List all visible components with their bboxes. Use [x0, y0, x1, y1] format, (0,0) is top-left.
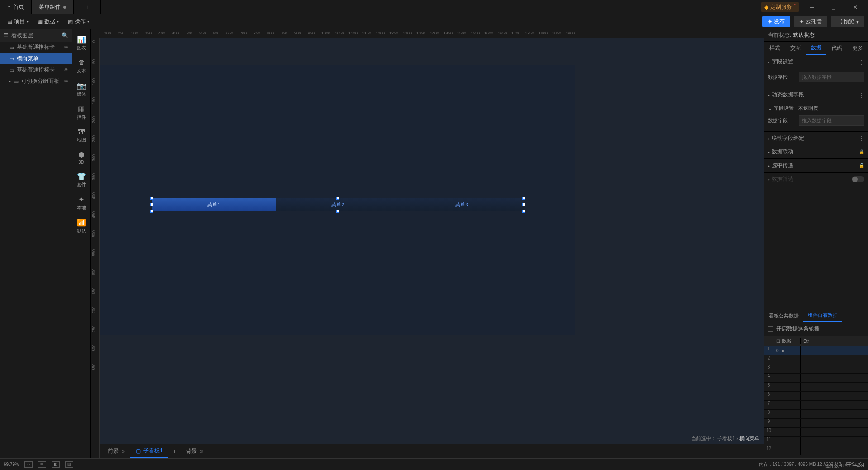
- grid-row[interactable]: 10▸: [764, 346, 868, 355]
- status-icon-4[interactable]: ▤: [65, 461, 73, 468]
- resize-handle-ml[interactable]: [150, 203, 153, 206]
- comp-text[interactable]: ♛文本: [72, 55, 90, 78]
- menu-widget[interactable]: 菜单1 菜单2 菜单3: [152, 198, 524, 211]
- grid-row[interactable]: 3: [764, 364, 868, 374]
- grid-cell[interactable]: [801, 346, 868, 355]
- grid-cell[interactable]: [801, 355, 868, 364]
- cloud-button[interactable]: ✈ 云托管: [794, 16, 827, 27]
- prop-tab-2[interactable]: 数据: [806, 42, 827, 55]
- grid-row[interactable]: 10: [764, 428, 868, 437]
- section-header-linked[interactable]: ▸联动字段绑定 ⋮: [764, 132, 868, 145]
- prop-tab-1[interactable]: 交互: [785, 42, 806, 55]
- status-icon-1[interactable]: ▭: [24, 461, 33, 468]
- grid-row[interactable]: 5: [764, 383, 868, 392]
- grid-cell[interactable]: [773, 401, 801, 409]
- resize-handle-bc[interactable]: [336, 210, 339, 213]
- layer-item-2[interactable]: ▭基础普通指标卡👁: [0, 64, 72, 76]
- comp-control[interactable]: ▦控件: [72, 101, 90, 124]
- grid-cell[interactable]: [773, 437, 801, 446]
- menu-tab-1[interactable]: 菜单1: [152, 198, 276, 211]
- grid-cell[interactable]: [773, 410, 801, 418]
- menu-operate[interactable]: ▨ 操作 ▾: [64, 16, 93, 27]
- loop-checkbox-row[interactable]: 开启数据逐条轮播: [764, 322, 868, 336]
- grid-row[interactable]: 11: [764, 437, 868, 446]
- comp-chart[interactable]: 📊图表: [72, 32, 90, 55]
- menu-tab-3[interactable]: 菜单3: [400, 198, 524, 211]
- grid-cell[interactable]: [801, 364, 868, 373]
- menu-tab-2[interactable]: 菜单2: [276, 198, 400, 211]
- menu-project[interactable]: ▤ 项目 ▾: [4, 16, 32, 27]
- preview-button[interactable]: ⛶ 预览 ▾: [831, 16, 864, 27]
- grid-row[interactable]: 4: [764, 374, 868, 383]
- menu-data[interactable]: ▦ 数据 ▾: [34, 16, 62, 27]
- resize-handle-tl[interactable]: [150, 197, 153, 200]
- add-state-icon[interactable]: +: [861, 32, 864, 38]
- canvas-tab-back[interactable]: 背景 ⊙: [181, 445, 209, 458]
- grid-cell[interactable]: [773, 355, 801, 364]
- canvas-tab-add[interactable]: +: [168, 446, 181, 457]
- grid-cell[interactable]: [773, 428, 801, 436]
- grid-cell[interactable]: [773, 374, 801, 382]
- grid-col-data[interactable]: ☐ 数据: [773, 338, 801, 344]
- grid-cell[interactable]: [801, 392, 868, 400]
- tab-home[interactable]: ⌂ 首页: [0, 0, 32, 14]
- grid-cell[interactable]: [801, 446, 868, 455]
- resize-handle-tc[interactable]: [336, 197, 339, 200]
- data-tab-component[interactable]: 组件自有数据: [803, 309, 842, 322]
- eye-icon[interactable]: 👁: [64, 45, 68, 50]
- comp-media[interactable]: 📷媒体: [72, 78, 90, 101]
- breadcrumb-path1[interactable]: 子看板1: [717, 436, 735, 441]
- eye-icon[interactable]: 👁: [64, 79, 68, 84]
- grid-cell[interactable]: [801, 374, 868, 382]
- eye-icon[interactable]: 👁: [64, 67, 68, 72]
- grid-row[interactable]: 8: [764, 410, 868, 419]
- grid-cell[interactable]: [773, 364, 801, 373]
- comp-default[interactable]: 📶默认: [72, 215, 90, 238]
- maximize-button[interactable]: ◻: [825, 0, 843, 14]
- search-icon[interactable]: 🔍: [62, 32, 68, 38]
- grid-cell[interactable]: [801, 383, 868, 391]
- minimize-button[interactable]: ─: [803, 0, 821, 14]
- grid-cell[interactable]: [801, 419, 868, 427]
- resize-handle-bl[interactable]: [150, 210, 153, 213]
- section-header-selectpass[interactable]: ▸选中传递 🔒: [764, 159, 868, 172]
- grid-cell[interactable]: [801, 428, 868, 436]
- grid-cell[interactable]: [773, 383, 801, 391]
- comp-kit[interactable]: 👕套件: [72, 168, 90, 192]
- grid-cell[interactable]: [801, 437, 868, 446]
- grid-cell[interactable]: [801, 410, 868, 418]
- prop-tab-3[interactable]: 代码: [826, 42, 847, 55]
- section-header-datalink[interactable]: ▸数据联动 🔒: [764, 145, 868, 158]
- publish-button[interactable]: ✈ 发布: [762, 16, 790, 27]
- layer-item-1[interactable]: ▭横向菜单: [0, 53, 72, 64]
- section-header-datafilter[interactable]: ▸数据筛选: [764, 173, 868, 186]
- grid-cell[interactable]: [773, 392, 801, 400]
- loop-checkbox[interactable]: [768, 326, 773, 332]
- grid-row[interactable]: 12: [764, 446, 868, 455]
- grid-row[interactable]: 2: [764, 355, 868, 364]
- resize-handle-br[interactable]: [522, 210, 525, 213]
- layer-item-0[interactable]: ▭基础普通指标卡👁: [0, 42, 72, 53]
- data-field-input[interactable]: 拖入数据字段: [799, 72, 864, 82]
- more-icon[interactable]: ⋮: [859, 59, 864, 65]
- grid-cell[interactable]: 0▸: [773, 346, 801, 355]
- premium-badge[interactable]: ◆ 定制服务 ●: [761, 2, 799, 12]
- grid-col-str[interactable]: Str: [801, 339, 868, 344]
- canvas-tab-sub[interactable]: ▢ 子看板1: [130, 444, 168, 458]
- comp-map[interactable]: 🗺地图: [72, 124, 90, 147]
- canvas-tab-front[interactable]: 前景 ⊙: [102, 445, 130, 458]
- grid-cell[interactable]: [773, 419, 801, 427]
- status-icon-3[interactable]: ◧: [52, 461, 60, 468]
- section-header-field[interactable]: ▾字段设置 ⋮: [764, 55, 868, 68]
- zoom-level[interactable]: 69.79%: [4, 462, 19, 467]
- grid-cell[interactable]: [801, 401, 868, 409]
- grid-row[interactable]: 7: [764, 401, 868, 410]
- prop-tab-0[interactable]: 样式: [764, 42, 785, 55]
- more-icon[interactable]: ⋮: [859, 92, 864, 98]
- grid-row[interactable]: 9: [764, 419, 868, 428]
- status-icon-2[interactable]: ⊞: [38, 461, 46, 468]
- more-icon[interactable]: ⋮: [859, 135, 864, 142]
- grid-row[interactable]: 6: [764, 392, 868, 401]
- close-button[interactable]: ✕: [846, 0, 864, 14]
- data-filter-toggle[interactable]: [852, 176, 864, 182]
